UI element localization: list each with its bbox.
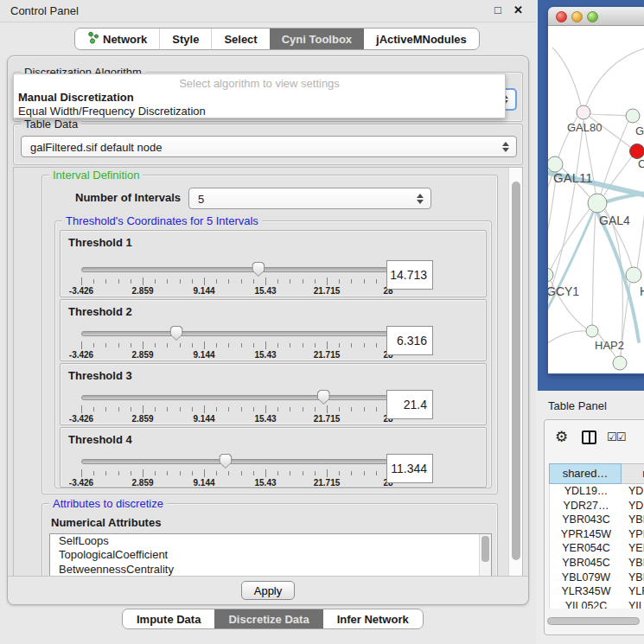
list-scrollbar[interactable] — [479, 534, 491, 577]
table-row[interactable]: YDL19… YDL1 — [550, 484, 644, 499]
settings-scroll-panel: Interval Definition Number of Intervals … — [13, 167, 523, 577]
tab-style[interactable]: Style — [159, 29, 211, 49]
columns-icon[interactable] — [582, 430, 596, 444]
tab-infer-network[interactable]: Infer Network — [323, 609, 423, 628]
cyni-toolbox-panel: Discretization Algorithm Table Data galF… — [7, 55, 529, 605]
thresholds-group-title: Threshold's Coordinates for 5 Intervals — [62, 214, 262, 227]
slider-ticks — [81, 405, 388, 414]
float-window-icon[interactable]: □ — [494, 3, 501, 16]
tab-jactivemnodules[interactable]: jActiveMNodules — [364, 29, 479, 49]
threshold-slider[interactable]: -3.4262.8599.14415.4321.71528 — [81, 262, 388, 296]
list-item[interactable]: BetweennessCentrality — [50, 563, 491, 577]
threshold-row: Threshold 1 -3.4262.8599.14415.4321.7152… — [60, 230, 487, 297]
table-data-value: galFiltered.sif default node — [30, 140, 162, 153]
label-gal4: GAL4 — [599, 214, 630, 227]
network-view[interactable]: GAL80 GA C GAL11 GAL4 GCY1 H HAP2 — [548, 26, 644, 373]
popup-hint: Select algorithm to view settings — [14, 77, 505, 90]
node-hap2 — [586, 325, 598, 337]
table-row[interactable]: YBR043C YBR0 — [550, 513, 644, 527]
label-h: H — [640, 284, 644, 298]
slider-thumb[interactable] — [219, 454, 232, 469]
tab-network[interactable]: Network — [75, 29, 159, 49]
zoom-traffic-light[interactable] — [587, 11, 598, 22]
table-row[interactable]: YER054C YER0 — [550, 541, 644, 556]
network-icon — [87, 31, 99, 47]
table-data-group: Table Data galFiltered.sif default node — [13, 124, 523, 165]
numerical-attributes-label: Numerical Attributes — [51, 516, 161, 529]
slider-ticks — [81, 469, 388, 478]
combo-arrows-icon — [502, 142, 509, 152]
table-row[interactable]: YDR27… YDR2 — [550, 499, 644, 513]
thresholds-group: Threshold's Coordinates for 5 Intervals … — [54, 220, 492, 488]
node-gal80 — [577, 105, 590, 119]
column-header-name[interactable]: na — [622, 463, 644, 484]
table-data-combobox[interactable]: galFiltered.sif default node — [21, 136, 517, 157]
threshold-label: Threshold 2 — [68, 305, 132, 318]
list-item[interactable]: TopologicalCoefficient — [50, 548, 491, 562]
slider-thumb[interactable] — [252, 262, 265, 277]
node-table: shared… na YDL19… YDL1 YDR27… YDR2 — [549, 463, 644, 609]
threshold-value-field[interactable]: 14.713 — [386, 260, 433, 290]
slider-scale: -3.4262.8599.14415.4321.71528 — [81, 478, 388, 488]
interval-definition-title: Interval Definition — [49, 169, 143, 182]
label-partial-mid: C — [638, 157, 644, 170]
node-gal4 — [588, 194, 607, 213]
label-partial-top: GA — [635, 124, 644, 137]
number-of-intervals-value: 5 — [198, 192, 204, 205]
tab-impute-data[interactable]: Impute Data — [123, 609, 214, 628]
combo-arrows-icon — [417, 194, 424, 204]
table-row[interactable]: YPR145W YPR1 — [550, 527, 644, 542]
threshold-slider[interactable]: -3.4262.8599.14415.4321.71528 — [81, 390, 388, 424]
table-row[interactable]: YLR345W YLR3 — [550, 584, 644, 599]
number-of-intervals-combobox[interactable]: 5 — [188, 188, 431, 209]
popup-option-equal-width[interactable]: Equal Width/Frequency Discretization — [18, 105, 206, 118]
attributes-group-title: Attributes to discretize — [49, 497, 167, 510]
threshold-label: Threshold 4 — [68, 433, 132, 446]
apply-button[interactable]: Apply — [241, 581, 295, 600]
threshold-row: Threshold 3 -3.4262.8599.14415.4321.7152… — [60, 363, 487, 425]
slider-track[interactable] — [81, 395, 388, 400]
slider-scale: -3.4262.8599.14415.4321.71528 — [81, 414, 388, 424]
popup-option-manual[interactable]: Manual Discretization — [18, 91, 134, 104]
table-row[interactable]: YBR045C YBR0 — [550, 556, 644, 571]
slider-track[interactable] — [81, 459, 388, 464]
close-icon[interactable]: ✕ — [513, 3, 523, 16]
close-traffic-light[interactable] — [556, 11, 567, 22]
vertical-scrollbar[interactable] — [508, 168, 522, 577]
list-item[interactable]: SelfLoops — [50, 534, 491, 548]
threshold-value-field[interactable]: 21.4 — [386, 390, 433, 419]
minimize-traffic-light[interactable] — [571, 11, 583, 22]
threshold-slider[interactable]: -3.4262.8599.14415.4321.71528 — [81, 454, 388, 488]
node-labels: GAL80 GA C GAL11 GAL4 GCY1 H HAP2 — [548, 121, 644, 352]
slider-thumb[interactable] — [317, 390, 330, 405]
apply-strip: Apply — [8, 576, 528, 604]
tab-cyni-toolbox[interactable]: Cyni Toolbox — [270, 29, 364, 49]
table-data-title: Table Data — [21, 118, 81, 131]
panel-title: Control Panel — [10, 4, 79, 17]
node-partial-top — [626, 109, 640, 123]
checkbox-icons[interactable]: ☑☑ — [607, 430, 625, 443]
table-row[interactable]: YIL052C YIL0 — [550, 599, 644, 609]
table-panel-section: Table Panel ⚙ ☑☑ shared… na YDL19… YDL1 — [536, 391, 644, 644]
node-gcy1 — [548, 268, 553, 282]
label-gcy1: GCY1 — [548, 284, 579, 298]
column-header-shared[interactable]: shared… — [549, 463, 622, 484]
slider-thumb[interactable] — [170, 326, 183, 341]
threshold-value-field[interactable]: 6.316 — [386, 326, 433, 355]
network-window-titlebar[interactable] — [548, 7, 644, 26]
slider-track[interactable] — [81, 267, 388, 272]
table-row[interactable]: YBL079W YBL0 — [550, 571, 644, 585]
scrollbar-thumb[interactable] — [512, 182, 520, 560]
horizontal-scrollbar[interactable] — [547, 617, 644, 626]
threshold-slider[interactable]: -3.4262.8599.14415.4321.71528 — [81, 326, 388, 360]
algorithm-dropdown-popup: Select algorithm to view settings Manual… — [13, 73, 506, 118]
threshold-label: Threshold 3 — [68, 369, 132, 382]
slider-track[interactable] — [81, 331, 388, 336]
node-bottom — [613, 356, 627, 370]
scrollbar-thumb[interactable] — [547, 617, 640, 625]
slider-scale: -3.4262.8599.14415.4321.71528 — [81, 350, 388, 360]
tab-select[interactable]: Select — [211, 29, 269, 49]
threshold-value-field[interactable]: 11.344 — [386, 454, 433, 483]
tab-discretize-data[interactable]: Discretize Data — [214, 609, 322, 628]
gear-icon[interactable]: ⚙ — [555, 428, 568, 446]
